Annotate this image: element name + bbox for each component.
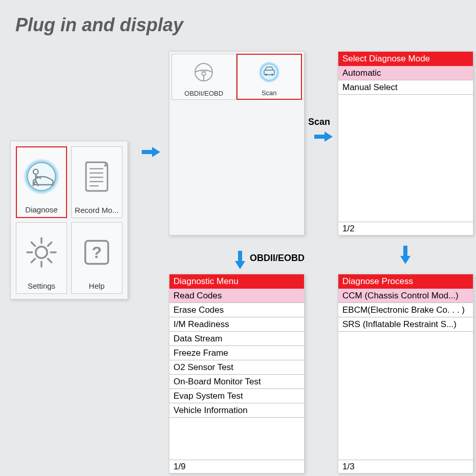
diagnose-process-panel: Diagnose Process CCM (Chassis Control Mo… xyxy=(338,274,473,473)
home-label-help: Help xyxy=(89,282,105,290)
home-item-settings[interactable]: Settings xyxy=(16,222,67,294)
scan-type-panel: OBD OBDII/EOBD xyxy=(169,51,305,235)
mode-highlight[interactable]: Automatic xyxy=(338,66,473,80)
diagnose-icon xyxy=(17,147,66,205)
svg-line-13 xyxy=(31,242,35,246)
diag-highlight[interactable]: Read Codes xyxy=(169,289,304,303)
diag-item[interactable]: Data Stream xyxy=(169,332,304,346)
home-item-record[interactable]: Record Mo... xyxy=(71,146,122,218)
home-panel: Diagnose Record Mo... xyxy=(10,141,128,299)
diag-item[interactable]: Evap System Test xyxy=(169,389,304,403)
home-item-diagnose[interactable]: Diagnose xyxy=(16,146,67,218)
arrow-right-icon xyxy=(142,146,160,158)
proc-header: Diagnose Process xyxy=(338,274,473,289)
record-icon xyxy=(72,147,122,206)
mode-header: Select Diagnose Mode xyxy=(338,52,473,66)
home-label-settings: Settings xyxy=(28,282,55,290)
steering-wheel-icon: OBD xyxy=(189,54,219,90)
diag-item[interactable]: Erase Codes xyxy=(169,303,304,317)
mode-footer: 1/2 xyxy=(338,222,473,235)
proc-item[interactable]: EBCM(Electronic Brake Co. . . ) xyxy=(338,303,473,317)
top-item-scan[interactable]: Scan xyxy=(236,54,302,100)
top-label-scan: Scan xyxy=(262,89,277,97)
proc-highlight[interactable]: CCM (Chassis Control Mod...) xyxy=(338,289,473,303)
top-item-obdii[interactable]: OBD OBDII/EOBD xyxy=(171,54,236,100)
svg-point-8 xyxy=(36,246,47,257)
svg-line-14 xyxy=(48,258,52,262)
home-label-diagnose: Diagnose xyxy=(25,205,57,214)
svg-line-16 xyxy=(31,258,35,262)
page-title: Plug in and display xyxy=(15,14,183,36)
mode-item[interactable]: Manual Select xyxy=(338,80,473,95)
select-mode-panel: Select Diagnose Mode Automatic Manual Se… xyxy=(338,51,473,235)
diagnostic-menu-panel: Diagnostic Menu Read Codes Erase Codes I… xyxy=(169,274,305,473)
proc-footer: 1/3 xyxy=(338,460,473,473)
diag-footer: 1/9 xyxy=(169,460,304,473)
diag-item[interactable]: O2 Sensor Test xyxy=(169,360,304,375)
gear-icon xyxy=(16,223,67,282)
top-label-obdii: OBDII/EOBD xyxy=(184,90,223,97)
arrow-down-icon xyxy=(234,251,246,269)
car-scan-icon xyxy=(254,55,284,89)
svg-text:OBD: OBD xyxy=(201,69,208,72)
home-label-record: Record Mo... xyxy=(75,206,119,214)
diag-item[interactable]: On-Board Monitor Test xyxy=(169,375,304,389)
svg-point-27 xyxy=(271,74,273,76)
svg-point-20 xyxy=(202,72,206,75)
help-icon: ? xyxy=(72,223,122,282)
proc-item[interactable]: SRS (Inflatable Restraint S...) xyxy=(338,317,473,332)
arrow-right-icon xyxy=(314,131,333,143)
diag-item[interactable]: Vehicle Information xyxy=(169,403,304,418)
diag-item[interactable]: I/M Readiness xyxy=(169,317,304,332)
diag-item[interactable]: Freeze Frame xyxy=(169,346,304,360)
home-item-help[interactable]: ? Help xyxy=(71,222,122,294)
svg-line-15 xyxy=(48,242,52,246)
arrow-label-scan: Scan xyxy=(308,117,330,127)
svg-point-26 xyxy=(265,74,267,76)
arrow-label-obd: OBDII/EOBD xyxy=(250,253,305,264)
arrow-down-icon xyxy=(399,246,412,264)
svg-text:?: ? xyxy=(92,243,102,262)
diag-header: Diagnostic Menu xyxy=(169,274,304,289)
